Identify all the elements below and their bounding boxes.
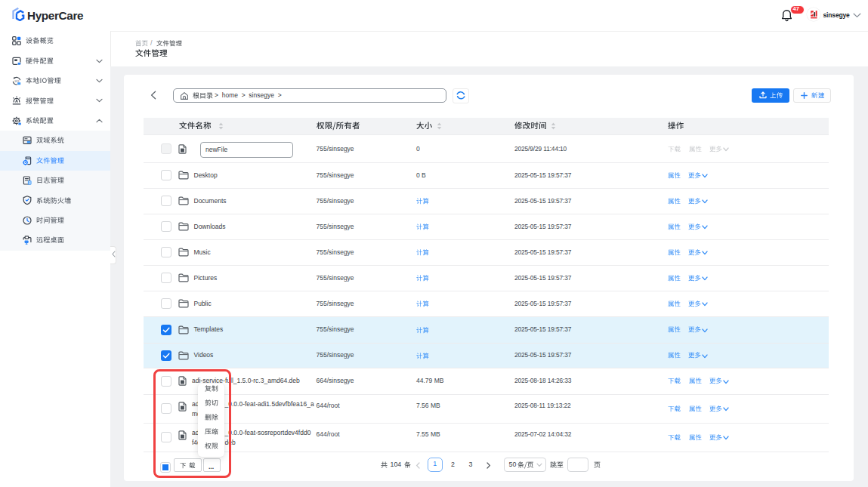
svg-text:I/O: I/O <box>15 79 20 83</box>
